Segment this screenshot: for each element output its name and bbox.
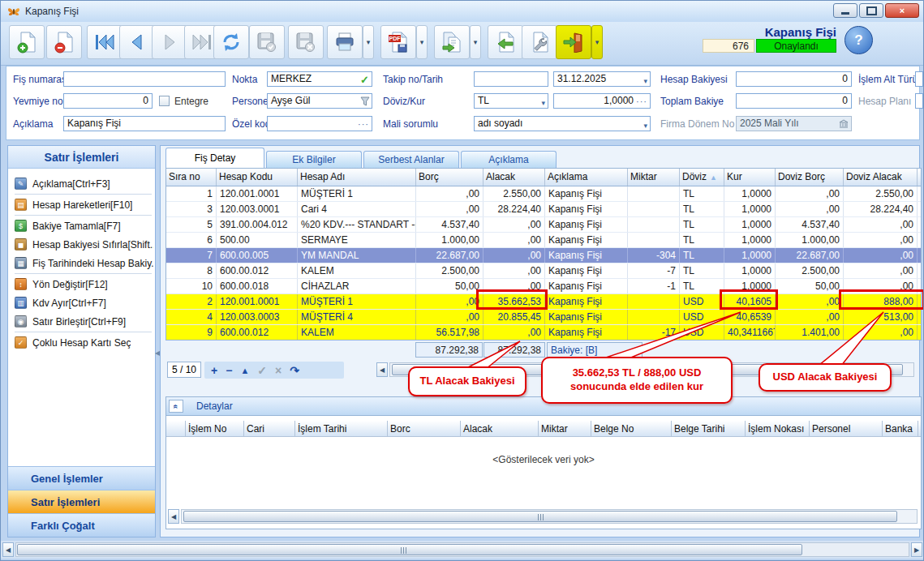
details-column-header-cari[interactable]: Cari bbox=[244, 421, 295, 436]
sidebar-item-kdv-ay-r-ctrl-f7[interactable]: ▥Kdv Ayır[Ctrl+F7] bbox=[8, 293, 155, 312]
column-header-hesap-ad[interactable]: Hesap Adı bbox=[298, 169, 416, 186]
window-horizontal-scrollbar[interactable]: ◀ ▶ bbox=[1, 541, 924, 559]
entegre-checkbox[interactable] bbox=[159, 96, 170, 106]
details-column-header-i-lem-tarihi[interactable]: İşlem Tarihi bbox=[295, 421, 388, 436]
grid-row[interactable]: 6500.00SERMAYE1.000,00,00Kapanış FişiTL1… bbox=[166, 233, 921, 248]
column-header-doviz-alacak[interactable]: Doviz Alacak bbox=[844, 169, 918, 186]
sidebar-item-bakiye-tamamla-f7[interactable]: $Bakiye Tamamla[F7] bbox=[8, 216, 155, 235]
sidebar-item-fi-tarihindeki-hesap-bakiy[interactable]: ▦Fiş Tarihindeki Hesap Bakiy... bbox=[8, 254, 155, 272]
column-header-kur[interactable]: Kur bbox=[724, 169, 776, 186]
move-up-icon[interactable]: ▲ bbox=[240, 365, 249, 376]
document-tools-button[interactable] bbox=[522, 25, 557, 59]
column-header-s-ra-no[interactable]: Sıra no bbox=[166, 169, 217, 186]
window-scrollbar-track[interactable] bbox=[15, 542, 909, 557]
grid-row[interactable]: 4120.003.0003MÜŞTERİ 4,0020.855,45Kapanı… bbox=[166, 310, 921, 325]
mali-sorumlu-select[interactable]: adı soyadı▾ bbox=[474, 116, 651, 131]
grid-row[interactable]: 8600.00.012KALEM2.500,00,00Kapanış Fişi-… bbox=[166, 263, 921, 279]
first-record-button[interactable] bbox=[87, 25, 122, 59]
delete-record-button[interactable] bbox=[46, 25, 82, 59]
details-column-header-borc[interactable]: Borc bbox=[388, 421, 461, 436]
undo-icon[interactable]: ↷ bbox=[290, 365, 299, 376]
nokta-field[interactable]: MERKEZ✓ bbox=[267, 71, 372, 87]
exit-dropdown[interactable]: ▾ bbox=[591, 25, 603, 59]
details-column-header-i-lem-no[interactable]: İşlem No bbox=[186, 421, 244, 436]
tab-aciklama[interactable]: Açıklama bbox=[461, 151, 557, 168]
refresh-button[interactable] bbox=[213, 25, 249, 59]
grid-row[interactable]: 9600.00.012KALEM56.517,98,00Kapanış Fişi… bbox=[166, 325, 921, 340]
help-button[interactable]: ? bbox=[844, 26, 873, 54]
copy-document-button[interactable] bbox=[434, 25, 470, 59]
column-header-doviz-bor[interactable]: Doviz Borç bbox=[776, 169, 844, 186]
aciklama-field[interactable]: Kapanış Fişi bbox=[63, 116, 226, 131]
details-column-header-i-lem-nokas[interactable]: İşlem Nokası bbox=[746, 421, 810, 436]
close-button[interactable]: × bbox=[885, 3, 919, 18]
fis-numarasi-field[interactable] bbox=[63, 71, 226, 87]
sidebar-item-hesap-hareketleri-f10[interactable]: ▤Hesap Hareketleri[F10] bbox=[8, 195, 155, 214]
sidebar-item-a-klama-ctrl-f3[interactable]: ✎Açıklama[Ctrl+F3] bbox=[8, 174, 155, 193]
window-scrollbar-thumb[interactable] bbox=[17, 544, 802, 555]
save-close-button[interactable] bbox=[288, 25, 324, 59]
confirm-icon[interactable]: ✓ bbox=[257, 365, 267, 376]
grid-scroll-left-button[interactable]: ◀ bbox=[376, 362, 388, 377]
delete-row-icon[interactable]: − bbox=[226, 365, 232, 376]
hesap-plani-field[interactable] bbox=[915, 93, 923, 109]
column-header-hesap-kodu[interactable]: Hesap Kodu bbox=[217, 169, 298, 186]
sidebar-item-y-n-de-i-tir-f12[interactable]: ↕Yön Değiştir[F12] bbox=[8, 275, 155, 293]
toplam-bakiye-field[interactable]: 0 bbox=[736, 93, 852, 109]
sidebar-section-genel-i-lemler[interactable]: Genel İşlemler bbox=[8, 466, 155, 490]
details-column-header-banka[interactable]: Banka bbox=[883, 421, 918, 436]
copy-dropdown[interactable]: ▾ bbox=[470, 25, 481, 59]
sidebar-section-sat-r-i-lemleri[interactable]: Satır İşlemleri bbox=[8, 490, 155, 513]
details-horizontal-scrollbar[interactable] bbox=[181, 509, 918, 524]
sidebar-item-oklu-hesap-kart-se[interactable]: ✓Çoklu Hesap Kartı Seç bbox=[8, 333, 155, 352]
import-document-button[interactable] bbox=[488, 25, 523, 59]
details-scroll-left-button[interactable]: ◀ bbox=[168, 509, 179, 524]
column-header-a-klama[interactable]: Açıklama bbox=[545, 169, 628, 186]
islem-alt-turu-field[interactable] bbox=[915, 71, 923, 87]
sidebar-section-farkl-o-alt[interactable]: Farklı Çoğalt bbox=[8, 513, 155, 537]
column-header-miktar[interactable]: Miktar bbox=[628, 169, 680, 186]
details-scrollbar-thumb[interactable] bbox=[183, 511, 897, 522]
window-scroll-left-button[interactable]: ◀ bbox=[2, 542, 14, 557]
print-dropdown[interactable]: ▾ bbox=[363, 25, 374, 59]
grid-row[interactable]: 1120.001.0001MÜŞTERİ 1,002.550,00Kapanış… bbox=[166, 186, 921, 202]
add-row-icon[interactable]: + bbox=[211, 365, 217, 376]
grid-row[interactable]: 7600.00.005YM MANDAL22.687,00,00Kapanış … bbox=[166, 248, 921, 263]
pdf-export-button[interactable]: PDF bbox=[380, 25, 416, 59]
personel-field[interactable]: Ayşe Gül bbox=[267, 93, 372, 109]
takip-no-field[interactable] bbox=[474, 71, 548, 87]
minimize-button[interactable] bbox=[833, 3, 857, 18]
collapse-button[interactable]: « bbox=[169, 400, 183, 413]
restore-button[interactable] bbox=[859, 3, 883, 18]
hesap-bakiyesi-field[interactable]: 0 bbox=[736, 71, 852, 87]
details-column-header-belge-tarihi[interactable]: Belge Tarihi bbox=[672, 421, 746, 436]
sidebar-item-sat-r-birle-tir-ctrl-f9[interactable]: ◉Satır Birleştir[Ctrl+F9] bbox=[8, 312, 155, 331]
takip-date-field[interactable]: 31.12.2025▾ bbox=[553, 71, 651, 87]
grid-row[interactable]: 3120.003.0001Cari 4,0028.224,40Kapanış F… bbox=[166, 202, 921, 217]
details-column-header-miktar[interactable]: Miktar bbox=[539, 421, 591, 436]
next-record-button[interactable] bbox=[152, 25, 187, 59]
sidebar-item-hesap-bakiyesi-s-f-rla-shift[interactable]: ◼Hesap Bakiyesi Sıfırla[Shift... bbox=[8, 235, 155, 254]
ozel-kod-field[interactable]: ··· bbox=[267, 116, 372, 131]
save-button[interactable] bbox=[249, 25, 285, 59]
grid-row[interactable]: 5391.00.004.012%20 KDV.--- STANDART ---4… bbox=[166, 217, 921, 233]
exit-button[interactable] bbox=[556, 25, 591, 59]
column-header-alacak[interactable]: Alacak bbox=[483, 169, 545, 186]
previous-record-button[interactable] bbox=[119, 25, 155, 59]
column-header-bor[interactable]: Borç bbox=[416, 169, 483, 186]
cancel-icon[interactable]: × bbox=[275, 365, 281, 376]
pdf-dropdown[interactable]: ▾ bbox=[416, 25, 428, 59]
details-column-header-alacak[interactable]: Alacak bbox=[461, 421, 539, 436]
column-header-d-viz[interactable]: Döviz▲ bbox=[680, 169, 724, 186]
kur-field[interactable]: 1,0000··· bbox=[553, 93, 651, 109]
tab-fis-detay[interactable]: Fiş Detay bbox=[165, 148, 264, 168]
print-button[interactable] bbox=[327, 25, 363, 59]
new-record-button[interactable] bbox=[9, 25, 45, 59]
tab-serbest-alanlar[interactable]: Serbest Alanlar bbox=[363, 151, 459, 168]
details-column-header-personel[interactable]: Personel bbox=[810, 421, 883, 436]
doviz-select[interactable]: TL▾ bbox=[474, 93, 548, 109]
yevmiye-no-field[interactable]: 0 bbox=[63, 93, 153, 109]
details-column-header-belge-no[interactable]: Belge No bbox=[591, 421, 672, 436]
details-column-header-icon[interactable] bbox=[166, 421, 186, 436]
window-scroll-right-button[interactable]: ▶ bbox=[911, 542, 922, 557]
